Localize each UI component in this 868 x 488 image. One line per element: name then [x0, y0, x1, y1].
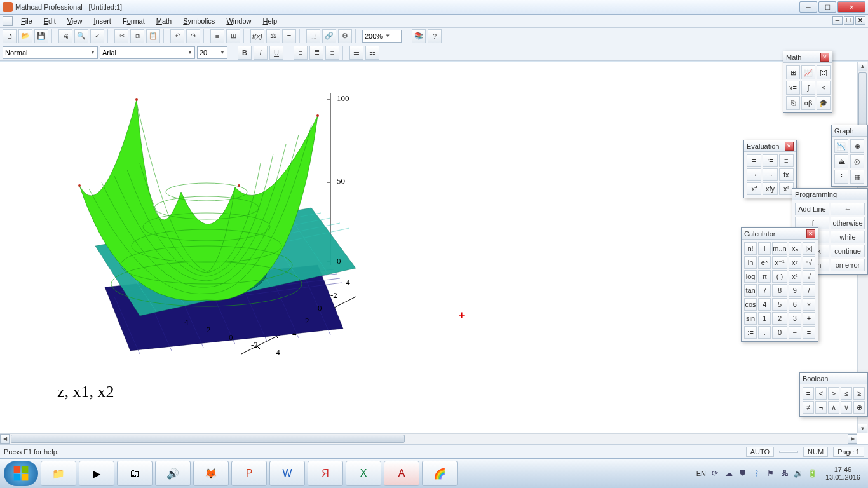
calc-2-1[interactable]: π — [758, 270, 771, 283]
calc-4-1[interactable]: 4 — [758, 298, 771, 311]
cut-icon[interactable]: ✂ — [114, 29, 128, 43]
bool-1-0[interactable]: ≠ — [803, 401, 814, 414]
calc-0-1[interactable]: i — [758, 242, 771, 255]
bool-1-3[interactable]: ∨ — [841, 401, 852, 414]
bool-0-3[interactable]: ≤ — [841, 387, 852, 400]
calc-1-0[interactable]: ln — [744, 256, 757, 269]
minimize-button[interactable]: ─ — [799, 1, 817, 13]
task-wmp[interactable]: ▶ — [79, 461, 114, 486]
task-yandex[interactable]: Я — [308, 461, 343, 486]
calc-4-2[interactable]: 5 — [772, 298, 787, 311]
align2-icon[interactable]: ⊞ — [226, 29, 240, 43]
graph-palette[interactable]: Graph 📉 ⊕ ⛰ ◎ ⋮ ▦ — [831, 125, 868, 187]
underline-icon[interactable]: U — [269, 46, 283, 60]
calc-4-4[interactable]: × — [803, 298, 815, 311]
menu-insert[interactable]: Insert — [88, 16, 116, 26]
evaluation-toolbar-icon[interactable]: x= — [786, 81, 800, 95]
align-right-icon[interactable]: ≡ — [325, 46, 339, 60]
scatter3d-icon[interactable]: ⋮ — [834, 170, 848, 184]
maximize-button[interactable]: ☐ — [818, 1, 836, 13]
tray-sync-icon[interactable]: ⟳ — [710, 468, 720, 478]
eval-sym[interactable]: → — [747, 168, 761, 181]
bool-0-0[interactable]: = — [803, 387, 814, 400]
mdi-restore[interactable]: ❐ — [844, 16, 854, 25]
calc-3-2[interactable]: 8 — [772, 284, 787, 297]
calc-0-0[interactable]: n! — [744, 242, 757, 255]
bar3d-icon[interactable]: ▦ — [850, 170, 864, 184]
calc-0-4[interactable]: |x| — [803, 242, 815, 255]
help-icon[interactable]: ? — [428, 29, 442, 43]
prog-addline[interactable]: Add Line — [795, 203, 829, 215]
menu-window[interactable]: Window — [221, 16, 256, 26]
bool-1-1[interactable]: ¬ — [815, 401, 827, 414]
align-left-icon[interactable]: ≡ — [294, 46, 308, 60]
calculus-toolbar-icon[interactable]: ∫ — [801, 81, 815, 95]
task-adobe[interactable]: A — [384, 461, 419, 486]
prog-assign[interactable]: ← — [831, 203, 865, 215]
mdi-close[interactable]: ✕ — [855, 16, 865, 25]
tray-network-icon[interactable]: 🖧 — [780, 468, 790, 478]
calc-6-3[interactable]: − — [789, 326, 801, 339]
redo-icon[interactable]: ↷ — [186, 29, 200, 43]
calc-5-0[interactable]: sin — [744, 312, 757, 325]
surface-plot-icon[interactable]: ⛰ — [834, 154, 848, 168]
menu-file[interactable]: File — [16, 16, 37, 26]
boolean-toolbar-icon[interactable]: ≤ — [817, 81, 831, 95]
calculator-toolbar-icon[interactable]: ⊞ — [786, 65, 800, 79]
tray-speaker-icon[interactable]: 🔉 — [794, 468, 804, 478]
tray-lang[interactable]: EN — [696, 470, 706, 477]
calculator-palette[interactable]: Calculator✕ n!im..nxₙ|x|lneˣx⁻¹xʸⁿ√logπ(… — [741, 227, 818, 342]
prog-while[interactable]: while — [831, 231, 865, 243]
style-combo[interactable]: Normal ▼ — [3, 46, 98, 59]
calc-2-3[interactable]: x² — [789, 270, 801, 283]
font-combo[interactable]: Arial ▼ — [100, 46, 195, 59]
calc-5-1[interactable]: 1 — [758, 312, 771, 325]
calc-1-4[interactable]: ⁿ√ — [803, 256, 815, 269]
align-center-icon[interactable]: ≣ — [309, 46, 323, 60]
open-icon[interactable]: 📂 — [18, 29, 32, 43]
save-icon[interactable]: 💾 — [34, 29, 48, 43]
new-icon[interactable]: 🗋 — [3, 29, 17, 43]
italic-icon[interactable]: I — [254, 46, 268, 60]
calc-0-3[interactable]: xₙ — [789, 242, 801, 255]
calc-3-3[interactable]: 9 — [789, 284, 801, 297]
horizontal-scrollbar[interactable]: ◀ ▶ — [0, 433, 857, 444]
undo-icon[interactable]: ↶ — [170, 29, 184, 43]
bool-0-4[interactable]: ≥ — [853, 387, 865, 400]
tray-bluetooth-icon[interactable]: ᛒ — [752, 468, 762, 478]
resource-icon[interactable]: 📚 — [412, 29, 426, 43]
mdi-doc-icon[interactable] — [3, 16, 13, 26]
tray-clock[interactable]: 17:46 13.01.2016 — [822, 464, 864, 482]
math-palette[interactable]: Math✕ ⊞ 📈 [::] x= ∫ ≤ ⎘ αβ 🎓 — [783, 51, 832, 113]
calc-6-2[interactable]: 0 — [772, 326, 787, 339]
bool-1-2[interactable]: ∧ — [828, 401, 839, 414]
size-combo[interactable]: 20 ▼ — [197, 46, 227, 59]
menu-format[interactable]: Format — [118, 16, 150, 26]
prog-otherwise[interactable]: otherwise — [831, 217, 865, 229]
calc-1-3[interactable]: xʸ — [789, 256, 801, 269]
bool-0-2[interactable]: > — [828, 387, 839, 400]
bold-icon[interactable]: B — [238, 46, 252, 60]
calc-4-3[interactable]: 6 — [789, 298, 801, 311]
menu-help[interactable]: Help — [258, 16, 283, 26]
scroll-up-icon[interactable]: ▲ — [858, 62, 867, 71]
polar-plot-icon[interactable]: ⊕ — [850, 139, 864, 153]
scroll-h-thumb[interactable] — [11, 435, 405, 443]
bullets-icon[interactable]: ☰ — [349, 46, 363, 60]
plot-label[interactable]: z, x1, x2 — [57, 383, 114, 402]
eval-xfy[interactable]: xfy — [763, 182, 777, 195]
align-icon[interactable]: ≡ — [210, 29, 224, 43]
close-button[interactable]: ✕ — [837, 1, 865, 13]
menu-math[interactable]: Math — [151, 16, 177, 26]
start-button[interactable] — [4, 461, 38, 486]
calc-4-0[interactable]: cos — [744, 298, 757, 311]
task-folder2[interactable]: 🗂 — [117, 461, 153, 486]
calc-6-1[interactable]: . — [758, 326, 771, 339]
prog-onerror[interactable]: on error — [831, 259, 865, 271]
task-powerpoint[interactable]: P — [231, 461, 267, 486]
eval-global[interactable]: ≡ — [779, 154, 794, 167]
calc-5-3[interactable]: 3 — [789, 312, 801, 325]
task-volume[interactable]: 🔊 — [155, 461, 191, 486]
evaluation-palette[interactable]: Evaluation✕ = := ≡ → → fx xf xfy xᶠ — [743, 140, 797, 198]
evaluation-palette-close-icon[interactable]: ✕ — [785, 142, 794, 151]
